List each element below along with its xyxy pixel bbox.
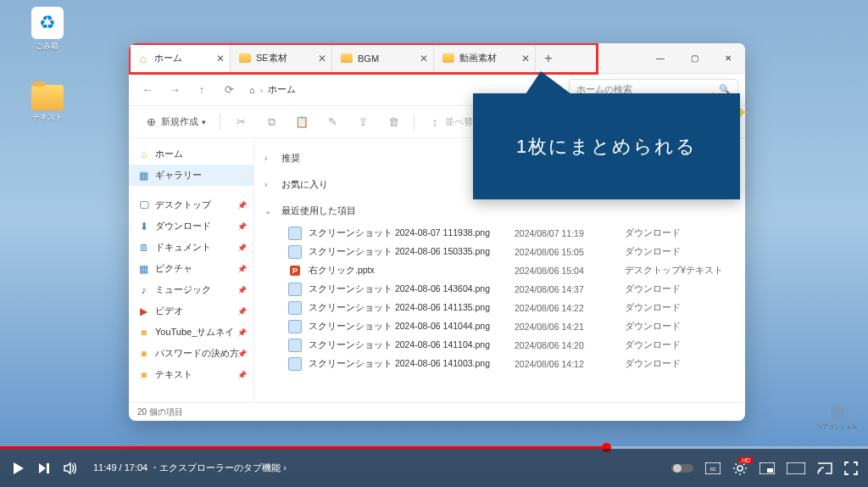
section-label: 最近使用した項目 <box>281 204 356 217</box>
close-window-button[interactable]: ✕ <box>711 43 745 73</box>
file-name: スクリーンショット 2024-08-06 141104.png <box>309 339 515 351</box>
new-button[interactable]: ⊕ 新規作成 ▾ <box>137 112 213 132</box>
plus-circle-icon: ⊕ <box>144 115 158 129</box>
folder-label: テキスト <box>24 112 70 123</box>
annotation-callout: 1枚にまとめられる <box>473 93 740 199</box>
recycle-icon <box>31 7 64 39</box>
share-button[interactable]: ⇪ <box>349 112 376 132</box>
tab-2[interactable]: BGM✕ <box>332 43 434 73</box>
svg-text:cc: cc <box>710 466 717 472</box>
sidebar-item-7[interactable]: ♪ミュージック📌 <box>129 279 253 300</box>
cast-button[interactable] <box>817 462 832 474</box>
sidebar-item-8[interactable]: ▶ビデオ📌 <box>129 300 253 322</box>
theater-button[interactable] <box>787 462 805 474</box>
file-row[interactable]: スクリーンショット 2024-08-07 111938.png2024/08/0… <box>254 224 745 243</box>
folder-icon: ■ <box>137 326 150 339</box>
file-location: ダウンロード <box>625 302 735 314</box>
paste-button[interactable]: 📋 <box>288 112 315 132</box>
close-tab-icon[interactable]: ✕ <box>216 53 225 64</box>
file-row[interactable]: スクリーンショット 2024-08-06 143604.png2024/08/0… <box>254 280 745 299</box>
tab-0[interactable]: ホーム✕ <box>129 43 231 73</box>
home-icon: ⌂ <box>249 85 255 95</box>
refresh-button[interactable]: ⟳ <box>217 78 241 102</box>
tab-3[interactable]: 動画素材✕ <box>434 43 536 73</box>
minimize-button[interactable]: — <box>643 43 677 73</box>
sidebar-item-6[interactable]: ▦ピクチャ📌 <box>129 258 253 279</box>
sidebar-label: テキスト <box>155 368 192 381</box>
sidebar-item-4[interactable]: ⬇ダウンロード📌 <box>129 216 253 237</box>
close-tab-icon[interactable]: ✕ <box>318 53 326 64</box>
image-icon <box>288 227 302 240</box>
close-tab-icon[interactable]: ✕ <box>521 53 530 64</box>
sidebar-item-3[interactable]: 🖵デスクトップ📌 <box>129 194 253 216</box>
svg-rect-7 <box>787 462 805 474</box>
pin-icon: 📌 <box>237 265 247 273</box>
pin-icon: 📌 <box>237 328 247 337</box>
sidebar: ⌂ホーム▦ギャラリー🖵デスクトップ📌⬇ダウンロード📌🗎ドキュメント📌▦ピクチャ📌… <box>129 138 254 402</box>
sort-button[interactable]: ↕ 並べ替 <box>421 112 480 132</box>
sidebar-label: ビデオ <box>155 305 183 317</box>
back-button[interactable]: ← <box>136 78 159 102</box>
svg-rect-6 <box>767 468 773 473</box>
copy-button[interactable]: ⧉ <box>258 112 285 132</box>
close-tab-icon[interactable]: ✕ <box>420 53 428 64</box>
file-row[interactable]: スクリーンショット 2024-08-06 141135.png2024/08/0… <box>254 299 745 317</box>
cut-button[interactable]: ✂ <box>227 112 254 132</box>
chevron-right-icon: › <box>264 154 275 163</box>
file-row[interactable]: スクリーンショット 2024-08-06 141104.png2024/08/0… <box>254 336 745 355</box>
sort-icon: ↕ <box>428 115 442 129</box>
forward-button[interactable]: → <box>163 78 186 102</box>
file-row[interactable]: スクリーンショット 2024-08-06 141003.png2024/08/0… <box>254 355 745 373</box>
chevron-right-icon: › <box>283 462 287 473</box>
tab-label: 動画素材 <box>459 52 497 64</box>
image-icon <box>288 339 302 352</box>
tab-1[interactable]: SE素材✕ <box>231 43 332 73</box>
fullscreen-button[interactable] <box>844 462 858 475</box>
pin-icon: 📌 <box>237 222 247 231</box>
download-icon: ⬇ <box>137 220 150 232</box>
sidebar-item-11[interactable]: ■テキスト📌 <box>129 364 253 385</box>
delete-button[interactable]: 🗑 <box>380 112 407 132</box>
file-location: ダウンロード <box>625 246 735 258</box>
section-recent[interactable]: ⌄ 最近使用した項目 <box>264 201 735 221</box>
pin-icon: 📌 <box>237 350 247 358</box>
music-icon: ♪ <box>137 283 150 296</box>
sidebar-item-9[interactable]: ■YouTube_サムネイ📌 <box>129 322 253 343</box>
chevron-down-icon: ⌄ <box>264 206 275 216</box>
recycle-bin[interactable]: ごみ箱 <box>24 7 70 52</box>
up-button[interactable]: ↑ <box>190 78 214 102</box>
play-button[interactable] <box>10 461 25 476</box>
sidebar-item-10[interactable]: ■パスワードの決め方📌 <box>129 343 253 364</box>
tab-label: ホーム <box>154 52 182 64</box>
new-tab-button[interactable]: + <box>536 43 561 73</box>
volume-button[interactable] <box>63 461 78 476</box>
sidebar-item-5[interactable]: 🗎ドキュメント📌 <box>129 237 253 258</box>
file-row[interactable]: スクリーンショット 2024-08-06 141044.png2024/08/0… <box>254 317 745 336</box>
sidebar-item-0[interactable]: ⌂ホーム <box>129 143 253 165</box>
file-name: 右クリック.pptx <box>309 265 515 277</box>
chapter-title: ・エクスプローラーのタブ機能 <box>150 462 281 473</box>
settings-button[interactable]: HD <box>732 461 748 476</box>
desktop-folder-text[interactable]: テキスト <box>24 81 70 123</box>
pin-icon: 📌 <box>237 371 247 379</box>
file-row[interactable]: スクリーンショット 2024-08-06 150335.png2024/08/0… <box>254 243 745 261</box>
section-label: お気に入り <box>281 178 328 191</box>
file-row[interactable]: 右クリック.pptx2024/08/06 15:04デスクトップ¥テキスト <box>254 261 745 280</box>
sidebar-label: デスクトップ <box>155 199 211 211</box>
next-button[interactable] <box>37 462 51 475</box>
powerpoint-icon <box>288 264 302 277</box>
file-name: スクリーンショット 2024-08-06 141044.png <box>309 321 515 333</box>
image-icon <box>288 245 302 259</box>
brand-watermark: コアコンシェル <box>816 404 858 431</box>
video-player-controls: 11:49 / 17:04 ・エクスプローラーのタブ機能 › cc HD <box>0 449 868 487</box>
sidebar-item-1[interactable]: ▦ギャラリー <box>129 165 253 186</box>
autoplay-toggle[interactable] <box>671 462 693 474</box>
rename-button[interactable]: ✎ <box>319 112 346 132</box>
file-date: 2024/08/06 14:37 <box>515 284 625 294</box>
miniplayer-button[interactable] <box>760 462 775 474</box>
maximize-button[interactable]: ▢ <box>677 43 711 73</box>
desktop-icon: 🖵 <box>137 199 150 211</box>
rename-icon: ✎ <box>326 115 339 129</box>
sort-label: 並べ替 <box>445 115 473 128</box>
captions-button[interactable]: cc <box>705 462 721 474</box>
